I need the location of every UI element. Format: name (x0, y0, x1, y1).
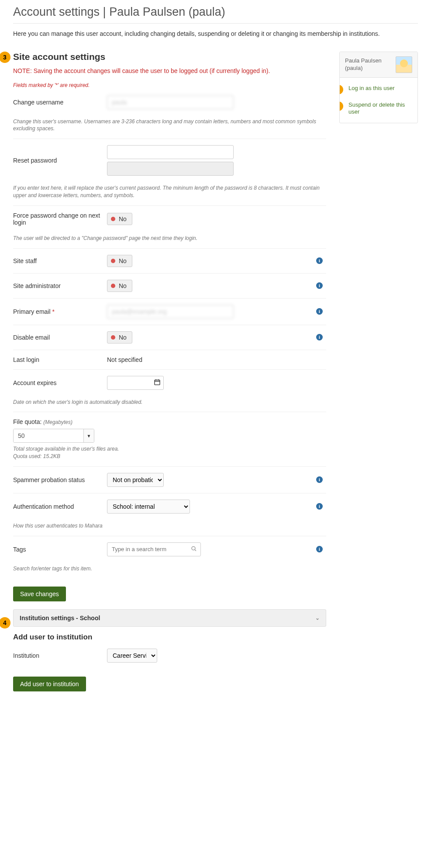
required-note: Fields marked by '*' are required. (13, 82, 326, 88)
force-pw-label: Force password change on next login (13, 212, 107, 226)
svg-text:i: i (319, 309, 320, 314)
file-quota-desc: Total storage available in the user's fi… (13, 443, 326, 467)
change-username-label: Change username (13, 99, 107, 106)
toggle-off-icon (111, 217, 115, 221)
svg-text:i: i (319, 478, 320, 483)
account-expires-label: Account expires (13, 379, 107, 386)
svg-point-16 (192, 546, 195, 550)
institution-label: Institution (13, 652, 107, 659)
account-expires-desc: Date on which the user's login is automa… (13, 396, 326, 413)
primary-email-input[interactable] (107, 305, 234, 319)
toggle-off-icon (111, 284, 115, 288)
toggle-off-icon (111, 335, 115, 340)
spam-label: Spammer probation status (13, 476, 107, 483)
info-icon[interactable]: i (316, 282, 323, 289)
file-quota-label: File quota: (Megabytes) (13, 418, 326, 425)
reset-password-input[interactable] (107, 145, 234, 159)
svg-text:i: i (319, 283, 320, 288)
chevron-down-icon: ⌄ (315, 615, 320, 621)
auth-label: Authentication method (13, 503, 107, 510)
info-icon[interactable]: i (316, 503, 323, 510)
reset-password-label: Reset password (13, 157, 107, 164)
svg-text:i: i (319, 504, 320, 509)
svg-rect-8 (155, 380, 160, 385)
change-username-desc: Change this user's username. Usernames a… (13, 115, 326, 139)
svg-text:i: i (319, 547, 320, 552)
section-heading: Site account settings (13, 52, 326, 62)
search-icon (191, 546, 197, 552)
tags-desc: Search for/enter tags for this item. (13, 562, 326, 579)
info-icon[interactable]: i (316, 334, 323, 341)
site-staff-toggle[interactable]: No (107, 255, 132, 267)
file-quota-input[interactable] (14, 429, 83, 442)
institution-select[interactable]: Career Service (107, 649, 157, 663)
institution-collapse-title: Institution settings - School (20, 615, 100, 621)
page-title: Account settings | Paula Paulsen (paula) (13, 0, 418, 24)
svg-text:i: i (319, 335, 320, 340)
step-badge-3: 3 (0, 52, 10, 63)
user-card-name: Paula Paulsen (paula) (345, 57, 382, 72)
toggle-off-icon (111, 259, 115, 263)
auth-select[interactable]: School: internal (107, 500, 190, 514)
logout-note: NOTE: Saving the account changes will ca… (13, 67, 326, 74)
last-login-value: Not specified (107, 356, 142, 363)
file-quota-input-group[interactable]: ▼ (13, 429, 94, 443)
force-pw-toggle[interactable]: No (107, 213, 132, 225)
site-staff-label: Site staff (13, 257, 107, 264)
reset-password-confirm-input[interactable] (107, 162, 234, 176)
change-username-input[interactable] (107, 95, 234, 109)
suspend-delete-link[interactable]: 2 Suspend or delete this user (340, 98, 417, 120)
info-icon[interactable]: i (316, 257, 323, 264)
tags-label: Tags (13, 546, 107, 553)
svg-line-17 (195, 549, 196, 551)
info-icon[interactable]: i (316, 308, 323, 315)
auth-desc: How this user authenticates to Mahara (13, 520, 326, 536)
disable-email-toggle[interactable]: No (107, 331, 132, 344)
info-icon[interactable]: i (316, 476, 323, 483)
primary-email-label: Primary email * (13, 308, 107, 315)
calendar-icon[interactable] (154, 379, 160, 386)
add-institution-button[interactable]: Add user to institution (13, 677, 86, 691)
site-admin-toggle[interactable]: No (107, 280, 132, 292)
avatar (396, 56, 412, 73)
page-intro: Here you can manage this user account, i… (13, 30, 418, 38)
user-card: Paula Paulsen (paula) 1 Log in as this u… (339, 52, 418, 124)
tags-search-input[interactable] (107, 542, 201, 556)
step-badge-1: 1 (339, 85, 343, 94)
site-admin-label: Site administrator (13, 282, 107, 289)
login-as-link[interactable]: 1 Log in as this user (340, 81, 417, 98)
save-button[interactable]: Save changes (13, 587, 66, 601)
step-badge-2: 2 (339, 101, 343, 111)
spam-select[interactable]: Not on probation (107, 473, 164, 487)
institution-collapse[interactable]: Institution settings - School ⌄ (13, 609, 326, 627)
step-badge-4: 4 (0, 617, 10, 628)
last-login-label: Last login (13, 356, 107, 363)
reset-password-desc: If you enter text here, it will replace … (13, 182, 326, 206)
chevron-down-icon[interactable]: ▼ (83, 429, 94, 442)
info-icon[interactable]: i (316, 546, 323, 553)
svg-text:i: i (319, 258, 320, 263)
add-institution-heading: Add user to institution (13, 633, 326, 642)
disable-email-label: Disable email (13, 334, 107, 341)
force-pw-desc: The user will be directed to a "Change p… (13, 232, 326, 249)
